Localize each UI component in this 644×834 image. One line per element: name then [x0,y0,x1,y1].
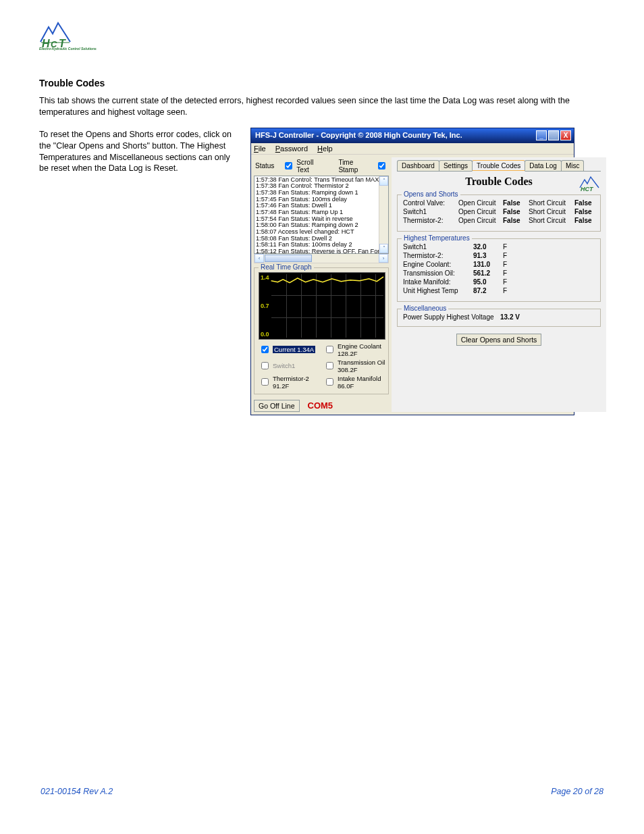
hct-logo-icon: HCT [579,176,599,193]
temp-row: Engine Coolant:131.0F [403,261,595,268]
scroll-left-icon[interactable]: ‹ [254,254,264,263]
legend-intake-manifold[interactable]: Intake Manifold 86.0F [323,375,385,390]
status-label: Status [255,162,274,170]
tab-settings[interactable]: Settings [439,160,473,171]
real-time-graph-group: Real Time Graph 1.4 0.7 0.0 [254,267,389,394]
tab-trouble-codes[interactable]: Trouble Codes [472,160,525,172]
page-logo: H C T Electro-Hydraulic Control Solution… [39,20,605,51]
temp-row: Switch132.0F [403,243,595,251]
svg-text:HCT: HCT [581,186,594,192]
side-paragraph: To reset the Opens and Shorts error code… [39,129,235,175]
menu-bar[interactable]: File Password Help [251,143,574,155]
page-footer: 021-00154 Rev A.2 Page 20 of 28 [39,787,605,796]
clear-opens-shorts-button[interactable]: Clear Opens and Shorts [456,334,542,346]
maximize-button[interactable]: □ [548,130,559,140]
close-button[interactable]: X [560,130,571,140]
intro-paragraph: This tab shows the current state of the … [39,95,605,118]
log-line: 1:58:12 Fan Status: Reverse is OFF, Fan … [256,249,387,254]
scroll-text-checkbox[interactable]: Scroll Text [282,159,326,174]
menu-help[interactable]: Help [317,145,333,153]
temp-row: Unit Highest Temp87.2F [403,287,595,294]
legend-switch1[interactable]: Switch1 [259,359,321,373]
temp-row: Intake Manifold:95.0F [403,278,595,286]
footer-page-number: Page 20 of 28 [551,787,603,796]
menu-file[interactable]: File [254,145,266,153]
psu-voltage-value: 13.2 V [500,313,525,321]
com-port-label: COM5 [308,400,333,411]
tab-data-log[interactable]: Data Log [525,160,562,171]
opens-shorts-group: Opens and Shorts Control Valve:Open Circ… [397,194,601,232]
section-heading: Trouble Codes [39,78,605,88]
tab-dashboard[interactable]: Dashboard [397,160,439,171]
scroll-right-icon[interactable]: › [379,254,388,263]
minimize-button[interactable]: _ [536,130,547,140]
legend-transmission-oil[interactable]: Transmission Oil 308.2F [323,359,385,373]
tab-strip[interactable]: Dashboard Settings Trouble Codes Data Lo… [397,160,601,172]
go-offline-button[interactable]: Go Off Line [254,400,300,412]
opens-shorts-row: Thermistor-2:Open CircuitFalseShort Circ… [403,217,595,224]
app-window: HFS-J Controller - Copyright © 2008 High… [250,128,574,415]
scroll-thumb[interactable] [265,255,312,262]
status-log[interactable]: 1:57:38 Fan Control: Trans Timeout fan M… [254,176,389,254]
legend-thermistor2[interactable]: Thermistor-2 91.2F [259,375,321,390]
opens-shorts-row: Control Valve:Open CircuitFalseShort Cir… [403,199,595,207]
legend-current[interactable]: Current 1.34A [259,342,321,357]
log-horizontal-scrollbar[interactable]: ‹ › [254,253,389,263]
legend-engine-coolant[interactable]: Engine Coolant 128.2F [323,342,385,357]
highest-temps-group: Highest Temperatures Switch132.0FThermis… [397,238,601,302]
scroll-up-icon[interactable]: ˄ [379,176,388,186]
real-time-graph[interactable]: 1.4 0.7 0.0 [259,272,385,340]
menu-password[interactable]: Password [275,145,308,153]
panel-title: Trouble Codes [465,176,532,188]
time-stamp-checkbox[interactable]: Time Stamp [338,159,387,174]
footer-revision: 021-00154 Rev A.2 [41,787,113,796]
opens-shorts-row: Switch1Open CircuitFalseShort CircuitFal… [403,208,595,215]
misc-group: Miscellaneous Power Supply Highest Volta… [397,309,601,327]
temp-row: Transmission Oil:561.2F [403,269,595,277]
tab-misc[interactable]: Misc [561,160,585,171]
psu-voltage-label: Power Supply Highest Voltage [403,313,498,321]
window-title: HFS-J Controller - Copyright © 2008 High… [255,131,462,139]
log-vertical-scrollbar[interactable]: ˄ ˅ [379,176,388,253]
window-titlebar[interactable]: HFS-J Controller - Copyright © 2008 High… [251,128,574,143]
scroll-down-icon[interactable]: ˅ [379,244,388,253]
temp-row: Thermistor-2:91.3F [403,252,595,259]
